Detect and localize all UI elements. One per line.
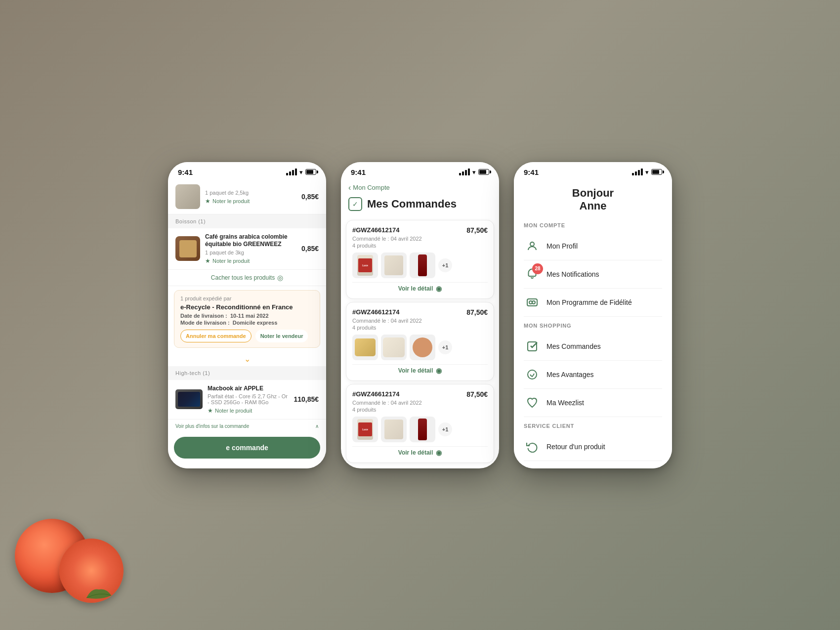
fidelity-icon: [524, 294, 541, 311]
cookie-img-2: [413, 337, 432, 357]
seller-header: 1 produit expédié par: [180, 295, 314, 301]
signal-icon-2: [459, 168, 470, 175]
orders-icon: [524, 338, 541, 355]
star-icon-macbook: ★: [208, 407, 213, 414]
cancel-order-button[interactable]: Annuler ma commande: [180, 330, 252, 342]
greeting-block: Bonjour Anne: [524, 187, 662, 212]
svg-rect-4: [528, 342, 537, 351]
view-detail-1[interactable]: Voir le détail ◉: [352, 282, 488, 293]
fidelity-svg: [526, 296, 538, 308]
status-time-2: 9:41: [351, 168, 366, 176]
status-time-1: 9:41: [178, 168, 193, 176]
expand-icon[interactable]: ⌄: [168, 352, 326, 366]
order-date-2: Commandé le : 04 avril 2022: [352, 318, 488, 324]
eye-icon-1: ◉: [436, 285, 442, 293]
signal-icon: [286, 168, 297, 175]
orders-scroll: #GWZ46612174 87,50€ Commandé le : 04 avr…: [341, 217, 499, 468]
view-detail-3[interactable]: Voir le détail ◉: [352, 446, 488, 457]
star-icon-0: ★: [205, 198, 210, 205]
phone-mon-compte: 9:41 ▾ Bonjour Anne MON COMPTE: [514, 162, 672, 468]
phones-container: 9:41 ▾ 1 paquet de 2,5kg: [168, 162, 672, 468]
thumb-more-2: +1: [438, 340, 452, 354]
section-title-service: SERVICE CLIENT: [524, 423, 662, 429]
thumb-cookie-2: [410, 335, 435, 360]
cream-img-2: [383, 337, 405, 357]
thumb-more-1: +1: [438, 258, 452, 272]
thumb-bag-1: [381, 252, 407, 278]
order-thumbs-2: +1: [352, 335, 488, 360]
status-icons-3: ▾: [632, 168, 662, 176]
order-header-1: #GWZ46612174 87,50€: [352, 226, 488, 234]
order-header-2: #GWZ46612174 87,50€: [352, 308, 488, 316]
order-count-3: 4 produits: [352, 407, 488, 413]
rate-product-0[interactable]: ★ Noter le produit: [205, 198, 296, 205]
repair-icon: [524, 466, 541, 468]
product-qty-coffee: 1 paquet de 3kg: [205, 250, 296, 255]
status-icons-1: ▾: [286, 168, 316, 176]
order-date-3: Commandé le : 04 avril 2022: [352, 400, 488, 406]
view-more-link[interactable]: Voir plus d'infos sur la commande ∧: [168, 420, 326, 433]
battery-icon-3: [651, 169, 662, 175]
battery-icon-2: [478, 169, 489, 175]
menu-item-weezlist[interactable]: Ma Weezlist: [524, 389, 662, 417]
order-id-3: #GWZ46612174: [352, 390, 399, 398]
chevron-up-icon: ∧: [315, 423, 319, 429]
order-action-button[interactable]: e commande: [174, 437, 320, 459]
menu-item-notifications[interactable]: 28 Mes Notifications: [524, 260, 662, 289]
menu-label-weezlist: Ma Weezlist: [546, 399, 662, 407]
section-title-compte: MON COMPTE: [524, 222, 662, 228]
wifi-icon-3: ▾: [645, 168, 649, 176]
menu-item-fidelite[interactable]: Mon Programme de Fidélité: [524, 289, 662, 317]
wifi-icon-2: ▾: [472, 168, 476, 176]
order-thumbs-3: Luce +1: [352, 417, 488, 442]
menu-item-panne[interactable]: Panne d'un article sous garantie: [524, 461, 662, 468]
eye-icon-2: ◉: [436, 367, 442, 375]
greeting-hello: Bonjour: [524, 187, 662, 200]
eye-icon-3: ◉: [436, 449, 442, 457]
back-arrow-icon: ‹: [348, 183, 351, 192]
rate-product-macbook[interactable]: ★ Noter le produit: [208, 407, 289, 414]
battery-icon: [305, 169, 316, 175]
thumb-bottle-1: [410, 252, 435, 278]
weezlist-icon: [524, 394, 541, 411]
profile-svg: [526, 240, 538, 252]
thumb-cream-2: [381, 335, 407, 360]
section-boisson: Boisson (1): [168, 214, 326, 228]
bag-img-3: [384, 420, 403, 439]
hide-products-btn[interactable]: Cacher tous les produits ◎: [168, 270, 326, 286]
profile-icon: [524, 238, 541, 254]
thumb-can-3: Luce: [352, 417, 378, 442]
status-icons-2: ▾: [459, 168, 489, 176]
menu-item-profil[interactable]: Mon Profil: [524, 232, 662, 260]
status-time-3: 9:41: [524, 168, 539, 176]
section-hightech: High-tech (1): [168, 366, 326, 380]
rate-product-coffee[interactable]: ★ Noter le produit: [205, 257, 296, 264]
macbook-img: [175, 389, 203, 409]
page-title: Mes Commandes: [367, 198, 457, 210]
thumb-tart-2: [352, 335, 378, 360]
page-title-block: ✓ Mes Commandes: [341, 195, 499, 217]
product-price-coffee: 0,85€: [301, 245, 319, 252]
menu-item-commandes[interactable]: Mes Commandes: [524, 333, 662, 361]
rate-seller-button[interactable]: Noter le vendeur: [255, 330, 308, 342]
order-id-2: #GWZ46612174: [352, 308, 399, 316]
grapefruit-decoration: [15, 504, 124, 603]
menu-item-avantages[interactable]: Mes Avantages: [524, 361, 662, 389]
can-img-3: Luce: [357, 419, 373, 440]
svg-point-5: [528, 370, 537, 379]
advantages-svg: [526, 369, 538, 380]
phone-mes-commandes: 9:41 ▾ ‹ Mon Compte ✓ Mes Commandes: [341, 162, 499, 468]
menu-item-retour[interactable]: Retour d'un produit: [524, 433, 662, 461]
back-link[interactable]: ‹ Mon Compte: [348, 183, 492, 192]
thumb-bottle-3: [410, 417, 435, 442]
status-bar-1: 9:41 ▾: [168, 162, 326, 179]
wifi-icon: ▾: [299, 168, 303, 176]
order-id-1: #GWZ46612174: [352, 226, 399, 234]
menu-label-fidelite: Mon Programme de Fidélité: [546, 298, 662, 306]
order-count-1: 4 produits: [352, 243, 488, 249]
bag-img-1: [384, 255, 403, 275]
product-qty-0: 1 paquet de 2,5kg: [205, 190, 296, 196]
menu-label-avantages: Mes Avantages: [546, 371, 662, 378]
product-price-macbook: 110,85€: [294, 395, 319, 403]
view-detail-2[interactable]: Voir le détail ◉: [352, 364, 488, 375]
